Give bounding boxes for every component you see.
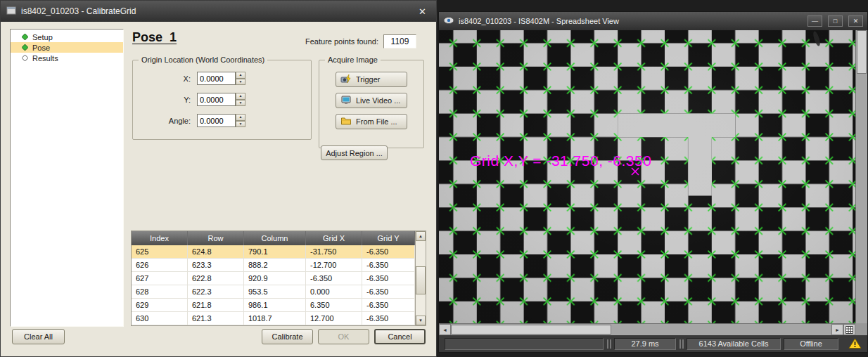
maximize-button[interactable]: □: [828, 15, 843, 27]
adjust-region-label: Adjust Region ...: [326, 149, 383, 157]
cell-column: 920.9: [244, 272, 306, 285]
origin-x-spinner: ▲ ▼: [236, 72, 245, 85]
cell-gridx: 6.350: [306, 299, 362, 311]
column-header-row: Row: [188, 231, 244, 245]
status-connection: Offline: [784, 338, 838, 350]
origin-x-label: X:: [137, 74, 197, 83]
horizontal-scrollbar-thumb[interactable]: [451, 325, 611, 335]
origin-y-spinner: ▲ ▼: [236, 93, 245, 106]
cell-column: 888.2: [244, 259, 306, 271]
origin-angle-input[interactable]: [197, 114, 236, 127]
tree-item-setup[interactable]: Setup: [11, 32, 123, 42]
fiducial-vertical-bar: [688, 137, 711, 196]
cell-row: 624.8: [188, 245, 244, 258]
live-video-button[interactable]: Live Video ...: [336, 93, 407, 108]
origin-x-input[interactable]: [197, 72, 236, 85]
minimize-button[interactable]: —: [808, 15, 822, 27]
cell-column: 953.5: [244, 285, 306, 298]
spin-down-icon[interactable]: ▼: [236, 100, 245, 107]
scrollbar-corner: [855, 323, 867, 335]
calibrate-grid-titlebar[interactable]: is8402_010203 - CalibrateGrid ✕: [1, 1, 436, 22]
ok-button[interactable]: OK: [318, 329, 369, 344]
table-scrollbar[interactable]: ▲ ▼: [415, 231, 426, 326]
scroll-right-icon[interactable]: ►: [831, 324, 843, 335]
table-row[interactable]: 629 621.8 986.1 6.350 -6.350: [132, 299, 415, 312]
tree-item-label: Setup: [32, 33, 53, 41]
close-button[interactable]: ✕: [848, 15, 863, 27]
table-scrollbar-thumb[interactable]: [416, 266, 426, 294]
status-available-cells: 6143 Available Cells: [687, 338, 781, 350]
folder-icon: [340, 115, 352, 128]
origin-y-label: Y:: [137, 96, 197, 104]
clear-all-button[interactable]: Clear All: [12, 329, 65, 344]
status-divider: [679, 339, 684, 349]
tree-item-label: Pose: [32, 44, 50, 52]
minimize-icon: —: [812, 18, 818, 25]
origin-angle-spinner: ▲ ▼: [236, 114, 245, 127]
insight-eye-icon: [443, 15, 454, 27]
cell-row: 621.8: [188, 299, 244, 311]
horizontal-scroll-row: ◄ ►: [439, 323, 867, 335]
calibrate-button[interactable]: Calibrate: [262, 329, 313, 344]
cell-row: 622.3: [188, 285, 244, 298]
done-diamond-icon: [22, 44, 28, 52]
pose-heading: Pose 1: [132, 30, 177, 45]
cell-gridx: 0.000: [306, 285, 362, 298]
table-row[interactable]: 628 622.3 953.5 0.000 -6.350: [132, 285, 415, 299]
table-row[interactable]: 627 622.8 920.9 -6.350 -6.350: [132, 272, 415, 285]
close-button[interactable]: ✕: [416, 6, 429, 18]
grid-xy-overlay-label: Grid X,Y = -31.750, -6.350: [470, 152, 651, 169]
scroll-up-icon[interactable]: ▲: [416, 231, 426, 241]
origin-angle-label: Angle:: [137, 117, 197, 125]
cell-gridy: -6.350: [362, 272, 415, 285]
spin-down-icon[interactable]: ▼: [236, 79, 245, 86]
spreadsheet-view-window: is8402_010203 - IS8402M - Spreadsheet Vi…: [438, 11, 868, 353]
tree-item-pose[interactable]: Pose: [11, 42, 123, 53]
horizontal-scrollbar[interactable]: ◄ ►: [439, 323, 855, 335]
scroll-down-icon[interactable]: ▼: [416, 316, 426, 325]
scroll-left-icon[interactable]: ◄: [439, 324, 451, 335]
status-progress-bar: [445, 338, 604, 350]
cell-row: 623.3: [188, 259, 244, 271]
table-scrollbar-track[interactable]: [416, 241, 426, 316]
trigger-button[interactable]: Trigger: [336, 72, 407, 87]
spin-up-icon[interactable]: ▲: [236, 72, 245, 79]
warning-button[interactable]: [848, 338, 862, 349]
cell-gridy: -6.350: [362, 259, 415, 271]
table-row[interactable]: 626 623.3 888.2 -12.700 -6.350: [132, 259, 415, 272]
from-file-button[interactable]: From File ...: [336, 114, 407, 129]
status-divider: [606, 339, 611, 349]
column-header-column: Column: [244, 231, 306, 245]
cell-row: 622.8: [188, 272, 244, 285]
trigger-icon: [340, 73, 352, 86]
cell-index: 628: [132, 285, 188, 298]
cell-index: 626: [132, 259, 188, 271]
spin-up-icon[interactable]: ▲: [236, 114, 245, 121]
spreadsheet-toggle-button[interactable]: [843, 324, 855, 335]
cell-column: 986.1: [244, 299, 306, 311]
cell-index: 627: [132, 272, 188, 285]
acquire-image-group: Acquire Image Trigger Live Video ... Fro…: [319, 60, 424, 148]
pending-diamond-icon: [22, 54, 28, 63]
cell-column: 1018.7: [244, 312, 306, 325]
column-header-index: Index: [132, 231, 188, 245]
fiducial-horizontal-bar: [618, 114, 735, 137]
calibration-image-area[interactable]: Grid X,Y = -31.750, -6.350: [439, 30, 855, 323]
table-row[interactable]: 625 624.8 790.1 -31.750 -6.350: [132, 245, 415, 259]
table-row[interactable]: 630 621.3 1018.7 12.700 -6.350: [132, 312, 415, 325]
horizontal-scrollbar-track[interactable]: [451, 324, 831, 335]
close-icon: ✕: [419, 6, 426, 17]
vertical-scrollbar-thumb[interactable]: [857, 30, 867, 74]
window-title: is8402_010203 - CalibrateGrid: [21, 6, 411, 16]
tree-item-label: Results: [32, 54, 58, 63]
vertical-scrollbar[interactable]: [855, 30, 867, 323]
cancel-button[interactable]: Cancel: [374, 329, 426, 344]
cell-index: 629: [132, 299, 188, 311]
adjust-region-button[interactable]: Adjust Region ...: [321, 145, 388, 160]
origin-x-row: X: ▲ ▼: [137, 72, 245, 85]
spreadsheet-titlebar[interactable]: is8402_010203 - IS8402M - Spreadsheet Vi…: [439, 12, 867, 30]
tree-item-results[interactable]: Results: [11, 53, 123, 63]
spin-up-icon[interactable]: ▲: [236, 93, 245, 100]
spin-down-icon[interactable]: ▼: [236, 121, 245, 128]
origin-y-input[interactable]: [197, 93, 236, 106]
